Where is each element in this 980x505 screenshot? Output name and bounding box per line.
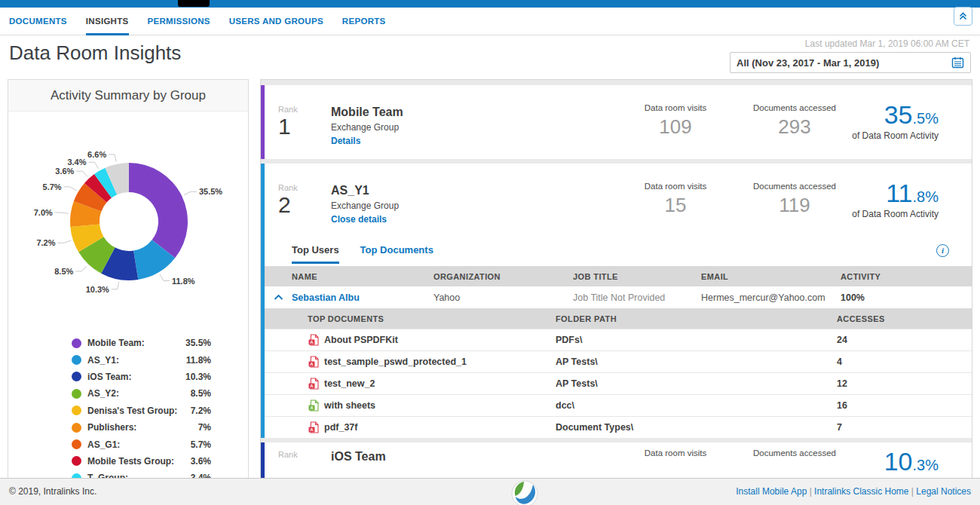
legend-color-dot — [72, 338, 81, 348]
label-leader-line — [109, 155, 116, 162]
group-type: Exchange Group — [331, 122, 403, 133]
tab-top-users[interactable]: Top Users — [292, 237, 339, 266]
calendar-icon — [951, 57, 964, 69]
document-name-link[interactable]: Apdf_37f — [308, 421, 556, 433]
donut-slice-label: 6.6% — [87, 150, 106, 159]
legend-color-dot — [72, 406, 81, 415]
stat-value: 15 — [630, 194, 721, 217]
legend-value: 8.5% — [191, 388, 211, 399]
stat-value: 293 — [749, 115, 840, 139]
activity-donut-chart[interactable]: 35.5%11.8%10.3%8.5%7.2%7.0%5.7%3.6%3.4%6… — [8, 112, 248, 329]
page-title: Data Room Insights — [9, 41, 181, 65]
legend-value: 7.2% — [191, 406, 211, 416]
legend-value: 11.8% — [186, 355, 211, 366]
footer-link-install-mobile-app[interactable]: Install Mobile App — [736, 486, 807, 497]
tab-top-documents[interactable]: Top Documents — [360, 237, 433, 266]
label-leader-line — [75, 266, 87, 271]
stat-label: Documents accessed — [749, 182, 840, 191]
legend-color-dot — [72, 389, 81, 399]
nav-tab-insights[interactable]: INSIGHTS — [86, 8, 129, 35]
legend-item: AS_Y2:8.5% — [72, 385, 211, 402]
nav-tab-documents[interactable]: DOCUMENTS — [9, 8, 67, 35]
user-name-link[interactable]: Sebastian Albu — [292, 292, 433, 303]
document-name: About PSPDFKit — [324, 335, 398, 345]
intralinks-logo-icon — [511, 480, 538, 505]
stat-label: Data room visits — [630, 103, 721, 113]
group-rank-list: Rank1Mobile TeamExchange GroupDetailsDat… — [260, 79, 972, 479]
rank-block: Rank2 — [278, 183, 298, 217]
donut-slice-mobile-team[interactable] — [129, 163, 188, 258]
stat-documents-accessed: Documents accessed119 — [749, 182, 840, 217]
rank-block: Rank — [278, 450, 298, 459]
legend-value: 10.3% — [185, 372, 211, 382]
date-range-picker[interactable]: All (Nov 23, 2017 - Mar 1, 2019) — [730, 52, 971, 73]
legend-item: Publishers:7% — [72, 419, 211, 436]
rank-number: 1 — [278, 114, 298, 139]
nav-tab-users-and-groups[interactable]: USERS AND GROUPS — [229, 8, 323, 35]
legend-color-dot — [72, 456, 81, 466]
document-name: with sheets — [324, 400, 375, 411]
stat-value: 109 — [630, 115, 721, 139]
rank-number: 2 — [278, 192, 298, 217]
nav-tab-reports[interactable]: REPORTS — [342, 8, 386, 35]
activity-percent-caption: of Data Room Activity — [852, 209, 939, 219]
group-details-link[interactable]: Details — [331, 136, 403, 146]
footer-link-intralinks-classic-home[interactable]: Intralinks Classic Home — [814, 486, 908, 497]
svg-text:A: A — [310, 384, 314, 388]
group-name: Mobile Team — [331, 106, 403, 119]
group-type: Exchange Group — [331, 200, 399, 211]
column-header-email: EMAIL — [701, 272, 841, 281]
column-header-organization: ORGANIZATION — [433, 272, 573, 281]
activity-percent: 35.5% — [852, 100, 939, 130]
collapse-header-button[interactable] — [954, 7, 972, 26]
document-accesses: 24 — [837, 335, 972, 345]
donut-slice-label: 11.8% — [172, 277, 195, 286]
stat-value: 119 — [749, 194, 840, 217]
donut-slice-label: 35.5% — [199, 187, 222, 196]
label-leader-line — [57, 240, 71, 243]
donut-slice-label: 3.6% — [55, 167, 74, 176]
info-icon[interactable]: i — [936, 244, 949, 257]
document-name-link[interactable]: Atest_sample_pswd_protected_1 — [308, 356, 556, 368]
legend-label: Mobile Tests Group: — [87, 456, 191, 467]
stat-label: Documents accessed — [749, 103, 840, 113]
stat-documents-accessed: Documents accessed293 — [749, 103, 840, 139]
document-name-link[interactable]: Xwith sheets — [308, 399, 556, 412]
user-job-title: Job Title Not Provided — [573, 292, 701, 303]
footer-link-legal-notices[interactable]: Legal Notices — [916, 486, 971, 497]
group-info-block: iOS Team — [331, 450, 386, 464]
column-header-accesses: ACCESSES — [837, 314, 972, 323]
document-accesses: 4 — [837, 357, 972, 367]
document-row: Apdf_37fDocument Types\7 — [265, 416, 972, 438]
legend-item: AS_G1:5.7% — [72, 436, 211, 452]
user-activity: 100% — [841, 292, 972, 303]
group-card-summary: Rank2AS_Y1Exchange GroupClose detailsDat… — [265, 164, 972, 237]
group-card-as-y1: Rank2AS_Y1Exchange GroupClose detailsDat… — [261, 164, 972, 438]
pdf-file-icon: A — [308, 356, 320, 368]
group-info-block: Mobile TeamExchange GroupDetails — [331, 106, 403, 146]
label-leader-line — [112, 282, 119, 289]
nav-tab-permissions[interactable]: PERMISSIONS — [148, 8, 210, 35]
column-header-folder-path: FOLDER PATH — [556, 314, 837, 323]
collapse-row-chevron[interactable] — [265, 292, 292, 303]
document-name-link[interactable]: AAbout PSPDFKit — [308, 334, 556, 346]
document-name: pdf_37f — [324, 422, 357, 433]
document-name-link[interactable]: Atest_new_2 — [308, 378, 556, 390]
legend-label: AS_G1: — [87, 439, 191, 450]
date-range-value: All (Nov 23, 2017 - Mar 1, 2019) — [737, 57, 951, 69]
document-accesses: 7 — [837, 422, 972, 433]
column-header-name: NAME — [292, 272, 433, 281]
label-leader-line — [55, 213, 69, 213]
activity-percent-block: 11.8%of Data Room Activity — [852, 179, 939, 219]
copyright-text: © 2019, Intralinks Inc. — [9, 479, 96, 505]
group-details-link[interactable]: Close details — [331, 214, 399, 225]
pdf-file-icon: A — [308, 334, 320, 346]
spreadsheet-file-icon: X — [308, 399, 320, 412]
details-tabs-bar: Top UsersTop Documentsi — [265, 237, 972, 266]
donut-slice-label: 7.2% — [36, 238, 55, 247]
stat-label: Data room visits — [630, 448, 721, 458]
document-name: test_sample_pswd_protected_1 — [324, 357, 467, 367]
activity-percent: 10.3% — [884, 447, 939, 476]
activity-summary-panel: Activity Summary by Group 35.5%11.8%10.3… — [8, 79, 249, 479]
label-leader-line — [76, 171, 87, 176]
